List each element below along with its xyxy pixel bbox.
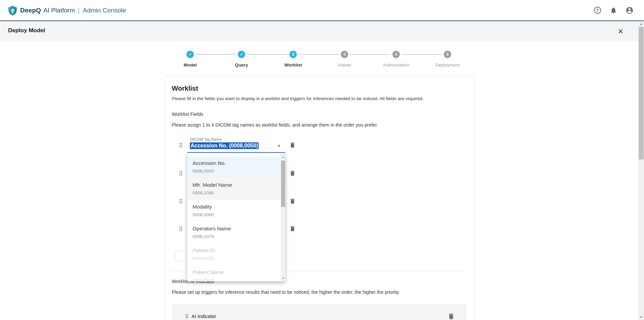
delete-field-icon[interactable] [289, 141, 296, 149]
dropdown-item-mfr-model-name[interactable]: Mfr. Model Name 0008,1090 [187, 178, 281, 200]
step-label-authorization: Authorization [373, 62, 420, 67]
check-icon: ✓ [189, 52, 192, 57]
brand-suffix: AI Platform [43, 7, 75, 14]
dropdown-item-patient-name: Patient Name 0010,0010 [187, 265, 281, 281]
drag-handle-icon[interactable] [177, 198, 184, 204]
drag-handle-icon[interactable] [177, 142, 184, 148]
step-connector [350, 54, 390, 55]
dicom-tag-dropdown-menu: Accession No. 0008,0050 Mfr. Model Name … [187, 153, 285, 281]
delete-field-icon[interactable] [289, 197, 296, 205]
app-header: DeepQ AI Platform | Admin Console ? [0, 0, 644, 21]
step-label-model: Model [167, 62, 214, 67]
drag-handle-icon[interactable] [184, 313, 191, 320]
page-scrollbar[interactable]: ▲ ▼ [638, 21, 644, 320]
dropdown-item-patient-id: Patient ID 0010,0020 [187, 243, 281, 265]
step-circle-model[interactable]: ✓ [186, 51, 194, 58]
field-label: DICOM Tag Name [190, 137, 222, 141]
delete-ai-indicator-icon[interactable] [447, 312, 454, 320]
close-icon[interactable]: ✕ [616, 27, 625, 36]
step-connector [196, 54, 236, 55]
scroll-up-icon[interactable]: ▲ [281, 154, 285, 159]
step-connector [247, 54, 287, 55]
delete-field-icon[interactable] [289, 225, 296, 232]
dropdown-item-accession-no[interactable]: Accession No. 0008,0050 [187, 156, 281, 178]
worklist-fields-hint: Please assign 1 to 4 DICOM tag names as … [172, 122, 378, 128]
dropdown-scrollbar-thumb[interactable] [281, 161, 285, 207]
drag-handle-icon[interactable] [177, 170, 184, 177]
section-description: Please fill in the fields you want to di… [172, 96, 423, 101]
check-icon: ✓ [240, 52, 243, 57]
step-label-viewer: Viewer [321, 62, 368, 67]
dicom-tag-select[interactable]: DICOM Tag Name Accession No. (0008,0050)… [187, 136, 285, 153]
notifications-bell-icon[interactable] [609, 6, 618, 15]
scroll-up-icon[interactable]: ▲ [638, 21, 644, 27]
dropdown-scrollbar[interactable]: ▲ ▼ [281, 153, 285, 281]
step-connector [402, 54, 442, 55]
dropdown-item-list: Accession No. 0008,0050 Mfr. Model Name … [187, 156, 281, 281]
step-circle-query[interactable]: ✓ [238, 51, 245, 58]
dropdown-item-modality[interactable]: Modality 0008,0060 [187, 200, 281, 222]
page-scrollbar-thumb[interactable] [639, 27, 644, 159]
brand-divider: | [78, 6, 79, 14]
worklist-fields-title: Worklist Fields [172, 111, 203, 117]
step-circle-authorization[interactable]: 5 [392, 51, 400, 58]
page-title: Deploy Model [8, 27, 45, 34]
deploy-model-bar: Deploy Model ✕ [0, 21, 638, 41]
account-avatar-icon[interactable] [625, 6, 634, 15]
app-window: DeepQ AI Platform | Admin Console ? [0, 0, 644, 320]
deepq-logo-icon [8, 5, 17, 16]
brand-text: DeepQ AI Platform | Admin Console [20, 6, 126, 14]
delete-field-icon[interactable] [289, 170, 296, 177]
scroll-down-icon[interactable]: ▼ [281, 276, 285, 280]
step-circle-worklist[interactable]: 3 [289, 51, 297, 58]
step-label-query: Query [218, 62, 265, 67]
section-heading: Worklist [172, 85, 198, 92]
header-actions: ? [593, 0, 634, 20]
chevron-up-icon[interactable]: ▲ [277, 143, 281, 147]
step-label-worklist: Worklist [270, 62, 317, 67]
ai-indicator-hint: Please set up triggers for inference res… [172, 289, 400, 295]
scroll-down-icon[interactable]: ▼ [638, 314, 644, 320]
step-circle-viewer[interactable]: 4 [341, 51, 348, 58]
step-connector [299, 54, 339, 55]
help-icon[interactable]: ? [593, 6, 602, 15]
step-label-deployment: Deployment [424, 62, 471, 67]
dropdown-item-operators-name[interactable]: Operators Name 0008,1070 [187, 222, 281, 243]
brand[interactable]: DeepQ AI Platform | Admin Console [8, 5, 126, 16]
brand-console-label: Admin Console [83, 7, 126, 14]
field-value: Accession No. (0008,0050) [190, 143, 259, 149]
drag-handle-icon[interactable] [177, 225, 184, 232]
step-circle-deployment[interactable]: 6 [444, 51, 451, 58]
ai-indicator-row-label: AI Indicator [192, 314, 216, 319]
brand-name: DeepQ [20, 7, 41, 14]
